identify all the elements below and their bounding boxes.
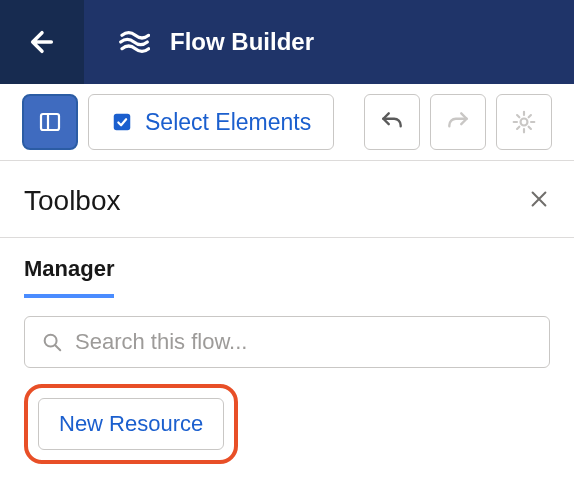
settings-button[interactable] — [496, 94, 552, 150]
select-icon — [111, 111, 133, 133]
panel-header: Toolbox — [0, 161, 574, 238]
search-box[interactable] — [24, 316, 550, 368]
search-icon — [41, 331, 63, 353]
highlight-annotation: New Resource — [24, 384, 238, 464]
new-resource-button[interactable]: New Resource — [38, 398, 224, 450]
close-icon — [528, 188, 550, 210]
panel-toggle-button[interactable] — [22, 94, 78, 150]
redo-icon — [445, 109, 471, 135]
header-title-area: Flow Builder — [84, 0, 574, 84]
gear-icon — [511, 109, 537, 135]
app-title: Flow Builder — [170, 28, 314, 56]
svg-line-5 — [55, 345, 60, 350]
toolbar: Select Elements — [0, 84, 574, 161]
arrow-left-icon — [26, 26, 58, 58]
flow-icon — [118, 26, 150, 58]
svg-rect-2 — [114, 114, 131, 131]
toolbox-tabs: Manager — [0, 238, 574, 298]
select-elements-label: Select Elements — [145, 109, 311, 136]
svg-rect-0 — [41, 114, 59, 130]
select-elements-button[interactable]: Select Elements — [88, 94, 334, 150]
back-button[interactable] — [0, 0, 84, 84]
close-panel-button[interactable] — [528, 188, 550, 214]
redo-button[interactable] — [430, 94, 486, 150]
toolbox-content: New Resource — [0, 298, 574, 482]
undo-button[interactable] — [364, 94, 420, 150]
undo-icon — [379, 109, 405, 135]
panel-title: Toolbox — [24, 185, 121, 217]
app-header: Flow Builder — [0, 0, 574, 84]
tab-manager[interactable]: Manager — [24, 256, 114, 298]
svg-point-3 — [521, 119, 528, 126]
search-input[interactable] — [75, 329, 533, 355]
sidebar-toggle-icon — [38, 110, 62, 134]
